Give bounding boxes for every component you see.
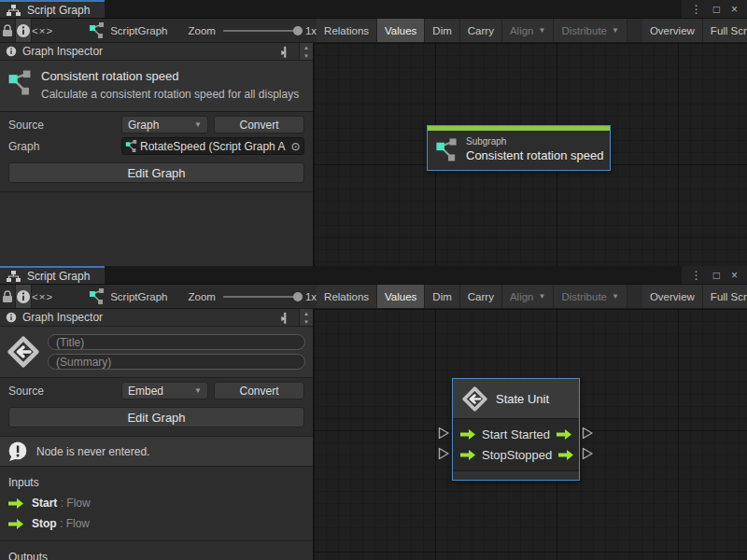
scroll-down-icon[interactable]: ▼ xyxy=(300,51,313,60)
convert-button[interactable]: Convert xyxy=(214,382,304,399)
connection-port-icon[interactable] xyxy=(582,447,594,460)
graph-object-field[interactable]: RotateSpeed (Script Graph A ⊙ xyxy=(121,137,304,155)
tab-bar: Script Graph ⋮ □ × xyxy=(0,266,747,285)
info-icon xyxy=(16,289,31,304)
state-unit-title: State Unit xyxy=(496,392,549,406)
edit-graph-button[interactable]: Edit Graph xyxy=(8,407,304,427)
node-kind-label: Subgraph xyxy=(466,136,603,147)
flow-arrow-icon xyxy=(460,450,475,460)
connection-port-icon[interactable] xyxy=(582,427,594,440)
code-view-button[interactable]: <×> xyxy=(32,285,53,308)
window-menu-icon[interactable]: ⋮ xyxy=(691,4,702,15)
chevron-down-icon: ▼ xyxy=(194,386,202,395)
tab-bar-empty xyxy=(105,0,681,18)
connection-port-icon[interactable] xyxy=(438,447,450,460)
toolbar-button-dim[interactable]: Dim xyxy=(425,285,459,308)
zoom-slider-thumb[interactable] xyxy=(293,26,303,35)
tab-script-graph[interactable]: Script Graph xyxy=(0,0,105,18)
toolbar-button-align[interactable]: Align ▼ xyxy=(502,285,555,308)
code-view-button[interactable]: <×> xyxy=(32,19,53,42)
inspector-scrollbar[interactable]: ▲ ▼ xyxy=(299,43,313,60)
inspector-title: Graph Inspector xyxy=(22,45,272,58)
port-row: Stop Stopped xyxy=(460,444,571,465)
toolbar-button-distribute[interactable]: Distribute ▼ xyxy=(554,285,627,308)
align-label: Align xyxy=(510,291,534,302)
port-type: : Flow xyxy=(60,517,90,530)
edit-graph-button[interactable]: Edit Graph xyxy=(8,162,304,183)
node-description: Calculate a consistent rotation speed fo… xyxy=(41,87,305,102)
source-dropdown[interactable]: Embed ▼ xyxy=(121,382,208,399)
toolbar-button-carry[interactable]: Carry xyxy=(460,19,502,42)
chevron-down-icon: ▼ xyxy=(612,292,619,301)
info-icon xyxy=(6,312,17,323)
toolbar-button-relations[interactable]: Relations xyxy=(317,285,377,308)
output-port-label: Stopped xyxy=(507,448,552,462)
toolbar-button-dim[interactable]: Dim xyxy=(425,19,459,42)
toolbar-button-overview[interactable]: Overview xyxy=(642,285,703,308)
maximize-icon[interactable]: □ xyxy=(713,4,720,15)
toolbar-toggle-group: Relations Values Dim Carry Align ▼ Distr… xyxy=(317,19,747,42)
scroll-up-icon[interactable]: ▲ xyxy=(300,309,313,317)
zoom-slider-thumb[interactable] xyxy=(293,292,303,301)
graph-inspector-panel: Graph Inspector ▸▎ ▲ ▼ Source Embed ▼ xyxy=(0,309,314,560)
toolbar-button-align[interactable]: Align ▼ xyxy=(502,19,555,42)
toolbar-button-carry[interactable]: Carry xyxy=(460,285,502,308)
info-icon xyxy=(16,23,31,38)
graph-summary-input[interactable] xyxy=(48,354,305,370)
breadcrumb-label: ScriptGraph xyxy=(110,25,167,36)
graph-label: Graph xyxy=(8,140,121,153)
object-picker-icon[interactable]: ⊙ xyxy=(289,140,303,153)
toolbar-button-values[interactable]: Values xyxy=(377,285,425,308)
lock-button[interactable] xyxy=(0,285,16,308)
connection-port-icon[interactable] xyxy=(438,427,450,440)
close-icon[interactable]: × xyxy=(731,270,738,281)
tab-label: Script Graph xyxy=(27,4,90,17)
breadcrumb[interactable]: ScriptGraph xyxy=(81,19,175,42)
zoom-slider[interactable] xyxy=(223,30,298,32)
window-controls: ⋮ □ × xyxy=(682,266,747,284)
close-icon[interactable]: × xyxy=(731,4,738,15)
window-menu-icon[interactable]: ⋮ xyxy=(691,270,702,281)
port-name: Stop xyxy=(32,517,57,530)
dock-icon[interactable]: ▸▎ xyxy=(277,47,293,57)
scroll-up-icon[interactable]: ▲ xyxy=(300,43,313,51)
toolbar-button-distribute[interactable]: Distribute ▼ xyxy=(554,19,627,42)
dock-icon[interactable]: ▸▎ xyxy=(277,313,293,323)
graph-toolbar: <×> ScriptGraph Zoom 1x Relations Values… xyxy=(0,285,747,309)
divider xyxy=(0,191,313,192)
state-unit-node[interactable]: State Unit Start Started Stop Stopped xyxy=(452,378,580,481)
convert-button[interactable]: Convert xyxy=(214,116,304,133)
breadcrumb[interactable]: ScriptGraph xyxy=(81,285,175,308)
subgraph-icon xyxy=(7,69,32,102)
toolbar-button-overview[interactable]: Overview xyxy=(642,19,703,42)
tab-script-graph[interactable]: Script Graph xyxy=(0,266,105,284)
maximize-icon[interactable]: □ xyxy=(713,270,720,281)
toolbar-button-fullscreen[interactable]: Full Screen xyxy=(703,285,747,308)
graph-object-value: RotateSpeed (Script Graph A xyxy=(140,140,286,153)
zoom-value: 1x xyxy=(305,25,317,36)
toolbar-button-fullscreen[interactable]: Full Screen xyxy=(703,19,747,42)
distribute-label: Distribute xyxy=(561,25,607,36)
toolbar-button-values[interactable]: Values xyxy=(377,19,425,42)
zoom-label: Zoom xyxy=(189,291,216,302)
flow-arrow-icon xyxy=(558,450,573,460)
graph-canvas[interactable]: Subgraph Consistent rotation speed xyxy=(314,43,747,266)
inspector-toggle-button[interactable] xyxy=(16,285,32,308)
tab-label: Script Graph xyxy=(27,270,90,283)
inspector-toggle-button[interactable] xyxy=(16,19,32,42)
toolbar-button-relations[interactable]: Relations xyxy=(317,19,377,42)
zoom-slider[interactable] xyxy=(223,296,298,298)
port-type: : Flow xyxy=(61,497,91,510)
source-row: Source Embed ▼ Convert xyxy=(8,382,304,399)
graph-title-input[interactable] xyxy=(48,334,305,350)
graph-canvas[interactable]: State Unit Start Started Stop Stopped xyxy=(314,309,747,560)
lock-button[interactable] xyxy=(0,19,16,42)
inspector-scrollbar[interactable]: ▲ ▼ xyxy=(299,309,313,326)
align-label: Align xyxy=(510,25,534,36)
scroll-down-icon[interactable]: ▼ xyxy=(300,317,313,326)
source-dropdown[interactable]: Graph ▼ xyxy=(121,116,208,133)
subgraph-node[interactable]: Subgraph Consistent rotation speed xyxy=(427,125,611,171)
graph-inspector-header: Graph Inspector ▸▎ ▲ ▼ xyxy=(0,43,313,61)
zoom-value: 1x xyxy=(305,291,317,302)
output-port-label: Started xyxy=(511,427,550,441)
